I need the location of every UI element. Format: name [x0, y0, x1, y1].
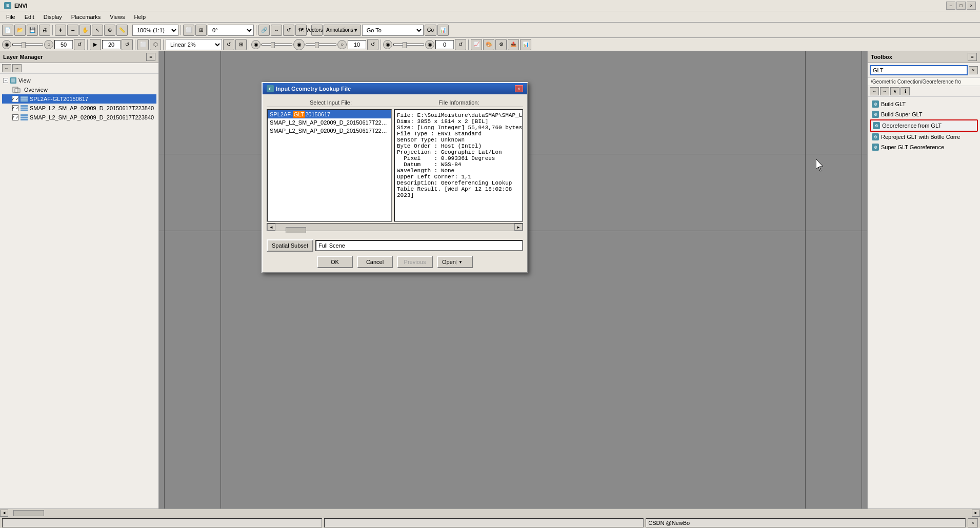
menu-placemarks[interactable]: Placemarks	[67, 13, 105, 21]
view-area[interactable]: E Input Geometry Lookup File × Select In…	[159, 51, 867, 523]
zoom-level-dropdown[interactable]: 100% (1:1)	[132, 25, 178, 36]
menu-file[interactable]: File	[2, 13, 19, 21]
save-button[interactable]: 💾	[27, 25, 38, 36]
print-button[interactable]: 🖨	[39, 25, 50, 36]
panel-collapse-button[interactable]: ≡	[146, 53, 155, 61]
chart-button[interactable]: 📊	[520, 39, 531, 50]
opacity3-slider[interactable]	[393, 44, 424, 46]
checkbox-smap2[interactable]: ✓	[12, 114, 18, 120]
cancel-button[interactable]: Cancel	[357, 256, 393, 268]
roi-rect-button[interactable]: ⬜	[137, 39, 149, 50]
spatial-subset-button[interactable]: Spatial Subset	[267, 239, 313, 252]
zoom-in-button[interactable]: +	[55, 25, 66, 36]
profile-button[interactable]: 📊	[437, 25, 449, 36]
play-button[interactable]: ▶	[90, 39, 101, 50]
maximize-button[interactable]: □	[956, 2, 966, 10]
toolbox-item-super-glt-georeference[interactable]: ⚙ Super GLT Georeference	[870, 142, 978, 152]
toolbox-item-reproject-glt[interactable]: ⚙ Reproject GLT with Botlle Corre	[870, 132, 978, 142]
pan-button[interactable]: ✋	[79, 25, 91, 36]
settings-button[interactable]: ⚙	[495, 39, 507, 50]
toolbox-forward-button[interactable]: →	[880, 87, 889, 95]
open-file-button[interactable]: 📂	[14, 25, 26, 36]
link-button[interactable]: 🔗	[258, 25, 270, 36]
circle-refresh-button[interactable]: ○	[44, 40, 53, 49]
opacity-refresh-button[interactable]: ↺	[367, 39, 378, 50]
circle-refresh2-button[interactable]: ○	[337, 40, 347, 49]
bottom-scrollbar[interactable]: ◄ ►	[0, 509, 980, 517]
ok-button[interactable]: OK	[317, 256, 353, 268]
toolbox-collapse-button[interactable]: ≡	[968, 53, 977, 61]
toolbox-search-clear[interactable]: ×	[969, 66, 978, 74]
measure-button[interactable]: 📏	[116, 25, 128, 36]
nav-back-button[interactable]: ←	[2, 64, 11, 72]
tree-item-spl2af[interactable]: ✓ SPL2AF-GLT20150617	[2, 94, 156, 104]
status-bar-close-button[interactable]: ×	[968, 518, 978, 527]
annotations-btn[interactable]: Annotations ▼	[324, 25, 361, 36]
checkbox-smap1[interactable]: ✓	[12, 105, 18, 111]
open-dropdown-arrow[interactable]: ▼	[456, 260, 463, 265]
menu-views[interactable]: Views	[106, 13, 129, 21]
toolbox-back-button[interactable]: ←	[870, 87, 879, 95]
scroll-right-button[interactable]: ►	[514, 224, 523, 231]
refresh-button[interactable]: ↺	[283, 25, 294, 36]
vectors-btn[interactable]: Vectors ▼	[311, 25, 323, 36]
toolbox-search-input[interactable]	[870, 65, 968, 75]
circle-right3-button[interactable]: ◉	[425, 40, 434, 49]
tree-item-overview[interactable]: Overview	[2, 85, 156, 94]
file-item-2[interactable]: SMAP_L2_SM_AP_02009_D_20150617T223840_R1	[268, 118, 391, 127]
stretch-refresh-button[interactable]: ↺	[223, 39, 234, 50]
opacity-slider[interactable]	[262, 44, 292, 46]
zoom-out-button[interactable]: −	[67, 25, 78, 36]
bottom-scroll-right[interactable]: ►	[972, 510, 980, 517]
stretch-apply-button[interactable]: ⊞	[235, 39, 247, 50]
previous-button[interactable]: Previous	[397, 256, 433, 268]
export-button[interactable]: 📤	[508, 39, 519, 50]
expand-view[interactable]: −	[3, 78, 8, 83]
roi-poly-button[interactable]: ⬡	[150, 39, 161, 50]
new-file-button[interactable]: 📄	[2, 25, 13, 36]
histogram-button[interactable]: 📈	[471, 39, 482, 50]
play-refresh-button[interactable]: ↺	[122, 39, 133, 50]
close-button[interactable]: ×	[967, 2, 976, 10]
file-list[interactable]: SPL2AF-GLT20150617 SMAP_L2_SM_AP_02009_D…	[267, 109, 392, 222]
bottom-scroll-left[interactable]: ◄	[0, 510, 8, 517]
minimize-button[interactable]: −	[946, 2, 955, 10]
file-item-1[interactable]: SPL2AF-GLT20150617	[268, 110, 391, 118]
tree-item-smap2[interactable]: ✓ SMAP_L2_SM_AP_02009_D_20150617T223840	[2, 113, 156, 122]
toolbox-info-button[interactable]: ℹ	[901, 87, 910, 95]
sync-button[interactable]: ↔	[271, 25, 282, 36]
go-button[interactable]: Go	[425, 25, 436, 36]
map-button[interactable]: 🗺	[295, 25, 307, 36]
open-button[interactable]: Open ▼	[437, 256, 473, 268]
opacity3-value[interactable]: 0	[435, 40, 454, 49]
refresh2-button[interactable]: ↺	[74, 39, 85, 50]
scrollbar-thumb[interactable]	[286, 227, 306, 233]
tree-item-smap1[interactable]: ✓ SMAP_L2_SM_AP_02009_D_20150617T223840	[2, 104, 156, 113]
opacity2-slider[interactable]	[306, 44, 336, 46]
toolbox-item-build-super-glt[interactable]: ⚙ Build Super GLT	[870, 109, 978, 119]
circle-mid-button[interactable]: ◉	[293, 39, 305, 50]
zoom-fit-button[interactable]: ⬜	[183, 25, 194, 36]
file-item-3[interactable]: SMAP_L2_SM_AP_02009_D_20150617T223840_R1	[268, 127, 391, 135]
goto-dropdown[interactable]: Go To	[362, 25, 424, 36]
scroll-left-button[interactable]: ◄	[267, 224, 275, 231]
bottom-scrollbar-thumb[interactable]	[13, 510, 44, 516]
opacity-value[interactable]: 10	[348, 40, 366, 49]
toolbox-item-build-glt[interactable]: ⚙ Build GLT	[870, 99, 978, 109]
dialog-close-button[interactable]: ×	[515, 85, 523, 92]
toolbox-item-georeference-from-glt[interactable]: ⚙ Georeference from GLT	[870, 119, 978, 132]
nav-forward-button[interactable]: →	[12, 64, 22, 72]
menu-help[interactable]: Help	[130, 13, 150, 21]
brightness-value[interactable]: 50	[54, 40, 73, 49]
crosshair-button[interactable]: ⊕	[104, 25, 115, 36]
menu-display[interactable]: Display	[39, 13, 66, 21]
play-value[interactable]: 20	[102, 40, 121, 49]
checkbox-spl2af[interactable]: ✓	[12, 96, 18, 102]
rotation-dropdown[interactable]: 0°	[208, 25, 254, 36]
file-list-scrollbar[interactable]: ◄ ►	[267, 223, 523, 231]
circle-left3-button[interactable]: ◉	[383, 40, 392, 49]
stretch-type-dropdown[interactable]: Linear 2%	[166, 39, 222, 50]
toolbox-star-button[interactable]: ★	[890, 87, 899, 95]
tree-item-view[interactable]: − View	[2, 76, 156, 85]
colormap-button[interactable]: 🎨	[483, 39, 494, 50]
